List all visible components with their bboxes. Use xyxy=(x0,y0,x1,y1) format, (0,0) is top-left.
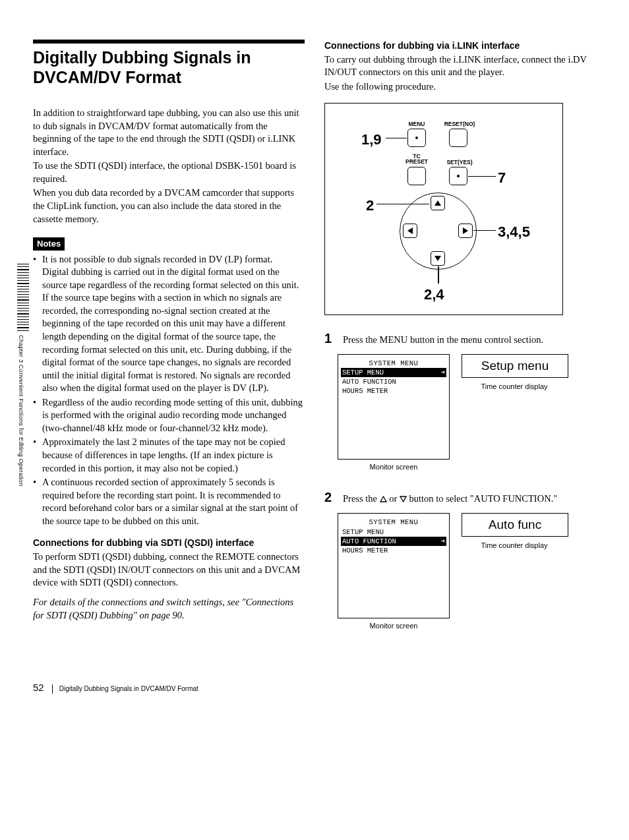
callout-3-4-5: 3,4,5 xyxy=(498,222,530,242)
monitor-screen-2: SYSTEM MENU SETUP MENU AUTO FUNCTION➜ HO… xyxy=(338,513,450,618)
intro-paragraph: In addition to straightforward tape dubb… xyxy=(33,107,305,225)
time-counter-display-1: Setup menu xyxy=(462,354,568,378)
right-column: Connections for dubbing via i.LINK inter… xyxy=(324,40,596,648)
side-tab-bars xyxy=(17,264,29,331)
control-panel-diagram: MENU RESET(NO) TC PRESET SET(YES) xyxy=(324,103,563,315)
tc-preset-label: TC PRESET xyxy=(404,154,430,165)
triangle-up-icon xyxy=(380,496,387,502)
step-number: 1 xyxy=(324,330,336,347)
page-footer: 52 Digitally Dubbing Signals in DVCAM/DV… xyxy=(33,681,596,694)
step-text-part: button to select "AUTO FUNCTION." xyxy=(407,493,557,504)
arrow-up-button xyxy=(431,196,445,210)
intro-line: In addition to straightforward tape dubb… xyxy=(33,107,305,158)
title-rule xyxy=(33,40,305,44)
side-tab: Chapter 3 Convenient Functions for Editi… xyxy=(17,264,29,508)
monitor-screen-1: SYSTEM MENU SETUP MENU➜ AUTO FUNCTION HO… xyxy=(338,354,450,460)
running-head: Digitally Dubbing Signals in DVCAM/DV Fo… xyxy=(52,684,198,694)
monitor-row: HOURS METER xyxy=(341,386,446,396)
set-yes-label: SET(YES) xyxy=(444,159,475,166)
menu-label: MENU xyxy=(405,121,429,128)
monitor-row: HOURS METER xyxy=(341,546,446,555)
page-title: Digitally Dubbing Signals in DVCAM/DV Fo… xyxy=(33,47,305,87)
step-2-screens: SYSTEM MENU SETUP MENU AUTO FUNCTION➜ HO… xyxy=(338,513,596,631)
callout-2: 2 xyxy=(366,196,374,216)
monitor-caption: Monitor screen xyxy=(338,621,450,631)
leader-line xyxy=(386,138,407,139)
monitor-row-selected: SETUP MENU➜ xyxy=(341,368,446,377)
step-1: 1 Press the MENU button in the menu cont… xyxy=(324,330,596,347)
tc-preset-button xyxy=(407,167,426,185)
monitor-row: AUTO FUNCTION xyxy=(341,377,446,386)
step-number: 2 xyxy=(324,489,336,506)
monitor-caption: Monitor screen xyxy=(338,462,450,472)
note-item: Approximately the last 2 minutes of the … xyxy=(33,436,305,475)
monitor-row-selected: AUTO FUNCTION➜ xyxy=(341,537,446,546)
callout-2-4: 2,4 xyxy=(424,285,444,305)
svg-marker-0 xyxy=(380,496,386,502)
intro-line: When you dub data recorded by a DVCAM ca… xyxy=(33,187,305,225)
step-1-screens: SYSTEM MENU SETUP MENU➜ AUTO FUNCTION HO… xyxy=(338,354,596,472)
arrow-right-icon: ➜ xyxy=(441,368,445,377)
step-text: Press the MENU button in the menu contro… xyxy=(343,334,596,347)
step-text: Press the or button to select "AUTO FUNC… xyxy=(343,493,596,506)
reset-no-label: RESET(NO) xyxy=(441,121,478,128)
menu-button xyxy=(407,129,426,147)
arrow-right-icon: ➜ xyxy=(441,537,445,546)
time-counter-display-2: Auto func xyxy=(462,513,568,537)
notes-label: Notes xyxy=(33,237,65,251)
callout-7: 7 xyxy=(498,168,506,188)
step-2: 2 Press the or button to select "AUTO FU… xyxy=(324,489,596,506)
page-number: 52 xyxy=(33,681,44,694)
leader-line xyxy=(438,266,439,284)
leader-line xyxy=(468,176,496,177)
left-column: Digitally Dubbing Signals in DVCAM/DV Fo… xyxy=(33,40,305,648)
arrow-left-button xyxy=(403,224,417,238)
step-text-part: Press the xyxy=(343,493,380,504)
ilink-body: To carry out dubbing through the i.LINK … xyxy=(324,53,596,79)
arrow-right-button xyxy=(458,224,473,238)
ilink-subhead: Connections for dubbing via i.LINK inter… xyxy=(324,40,596,52)
monitor-row: SETUP MENU xyxy=(341,527,446,537)
leader-line xyxy=(376,204,429,205)
monitor-row-text: AUTO FUNCTION xyxy=(342,377,396,386)
triangle-down-icon xyxy=(400,496,407,502)
ilink-body: Use the following procedure. xyxy=(324,80,596,94)
callout-1-9: 1,9 xyxy=(361,130,382,150)
side-tab-text: Chapter 3 Convenient Functions for Editi… xyxy=(17,335,25,487)
sdti-subhead: Connections for dubbing via SDTI (QSDI) … xyxy=(33,537,305,549)
reset-no-button xyxy=(449,129,467,147)
monitor-row-text: HOURS METER xyxy=(342,546,388,555)
note-item: It is not possible to dub signals record… xyxy=(33,253,305,395)
intro-line: To use the SDTI (QSDI) interface, the op… xyxy=(33,160,305,185)
svg-marker-1 xyxy=(400,496,406,502)
display-caption: Time counter display xyxy=(462,382,567,392)
note-item: A continuous recorded section of approxi… xyxy=(33,476,305,527)
leader-line xyxy=(473,230,496,231)
monitor-title: SYSTEM MENU xyxy=(341,359,446,368)
note-item: Regardless of the audio recording mode s… xyxy=(33,396,305,435)
monitor-row-text: HOURS METER xyxy=(342,386,388,396)
notes-list: It is not possible to dub signals record… xyxy=(33,253,305,528)
display-caption: Time counter display xyxy=(462,541,567,551)
arrow-down-button xyxy=(431,251,445,266)
set-yes-button xyxy=(449,167,467,185)
sdti-crossref: For details of the connections and switc… xyxy=(33,596,305,622)
monitor-title: SYSTEM MENU xyxy=(341,518,446,527)
monitor-row-text: SETUP MENU xyxy=(342,368,384,377)
monitor-row-text: AUTO FUNCTION xyxy=(342,537,396,546)
monitor-row-text: SETUP MENU xyxy=(342,527,384,537)
sdti-body: To perform SDTI (QSDI) dubbing, connect … xyxy=(33,551,305,589)
step-text-part: or xyxy=(387,493,400,504)
